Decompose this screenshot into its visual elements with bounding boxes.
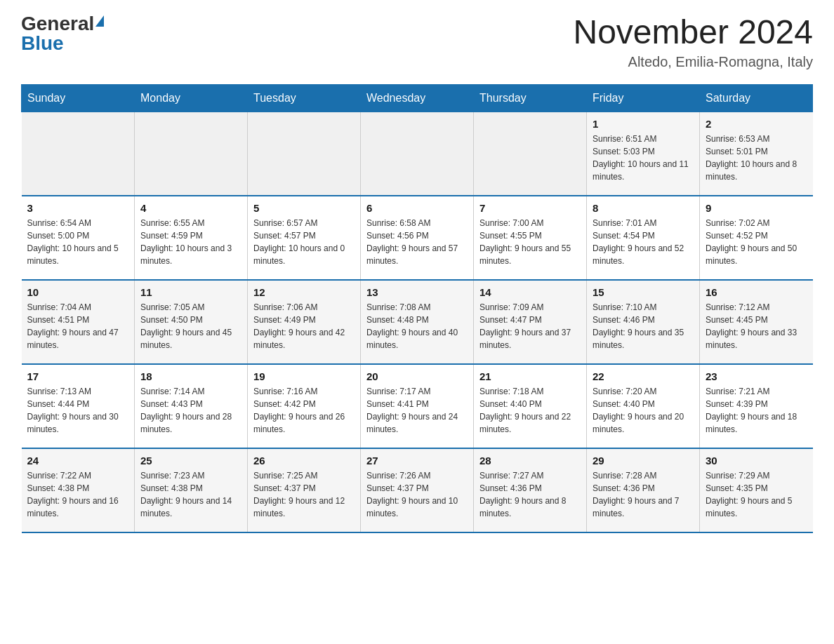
- day-number: 14: [479, 286, 581, 298]
- calendar-day-cell: 28Sunrise: 7:27 AM Sunset: 4:36 PM Dayli…: [474, 448, 587, 532]
- logo-blue-text: Blue: [21, 34, 64, 53]
- day-number: 23: [706, 370, 807, 382]
- day-number: 1: [593, 118, 694, 130]
- day-number: 7: [479, 202, 581, 214]
- calendar-day-cell: 8Sunrise: 7:01 AM Sunset: 4:54 PM Daylig…: [587, 196, 700, 280]
- calendar-day-cell: 3Sunrise: 6:54 AM Sunset: 5:00 PM Daylig…: [22, 196, 135, 280]
- calendar-day-cell: 9Sunrise: 7:02 AM Sunset: 4:52 PM Daylig…: [700, 196, 813, 280]
- day-number: 4: [140, 202, 241, 214]
- calendar-day-cell: 21Sunrise: 7:18 AM Sunset: 4:40 PM Dayli…: [474, 364, 587, 448]
- day-info: Sunrise: 6:58 AM Sunset: 4:56 PM Dayligh…: [366, 217, 468, 267]
- day-info: Sunrise: 7:06 AM Sunset: 4:49 PM Dayligh…: [253, 301, 355, 351]
- day-number: 13: [366, 286, 468, 298]
- weekday-header-tuesday: Tuesday: [248, 84, 361, 112]
- day-info: Sunrise: 7:05 AM Sunset: 4:50 PM Dayligh…: [140, 301, 241, 351]
- day-number: 20: [366, 370, 468, 382]
- day-info: Sunrise: 7:02 AM Sunset: 4:52 PM Dayligh…: [706, 217, 807, 267]
- calendar-day-cell: 26Sunrise: 7:25 AM Sunset: 4:37 PM Dayli…: [248, 448, 361, 532]
- day-info: Sunrise: 6:53 AM Sunset: 5:01 PM Dayligh…: [706, 133, 807, 183]
- logo: General Blue: [21, 14, 104, 53]
- calendar-day-cell: 16Sunrise: 7:12 AM Sunset: 4:45 PM Dayli…: [700, 280, 813, 364]
- calendar-day-cell: 23Sunrise: 7:21 AM Sunset: 4:39 PM Dayli…: [700, 364, 813, 448]
- weekday-header-saturday: Saturday: [700, 84, 813, 112]
- calendar-day-cell: 14Sunrise: 7:09 AM Sunset: 4:47 PM Dayli…: [474, 280, 587, 364]
- calendar-day-cell: 22Sunrise: 7:20 AM Sunset: 4:40 PM Dayli…: [587, 364, 700, 448]
- calendar-day-cell: 7Sunrise: 7:00 AM Sunset: 4:55 PM Daylig…: [474, 196, 587, 280]
- calendar-day-cell: [361, 112, 474, 196]
- calendar-week-row: 10Sunrise: 7:04 AM Sunset: 4:51 PM Dayli…: [22, 280, 813, 364]
- weekday-header-wednesday: Wednesday: [361, 84, 474, 112]
- location-text: Altedo, Emilia-Romagna, Italy: [573, 54, 813, 70]
- day-info: Sunrise: 7:27 AM Sunset: 4:36 PM Dayligh…: [479, 469, 581, 520]
- weekday-header-monday: Monday: [135, 84, 248, 112]
- day-number: 6: [366, 202, 468, 214]
- calendar-week-row: 24Sunrise: 7:22 AM Sunset: 4:38 PM Dayli…: [22, 448, 813, 532]
- day-number: 16: [706, 286, 807, 298]
- calendar-day-cell: 12Sunrise: 7:06 AM Sunset: 4:49 PM Dayli…: [248, 280, 361, 364]
- calendar-week-row: 3Sunrise: 6:54 AM Sunset: 5:00 PM Daylig…: [22, 196, 813, 280]
- day-info: Sunrise: 6:54 AM Sunset: 5:00 PM Dayligh…: [27, 217, 129, 267]
- weekday-header-friday: Friday: [587, 84, 700, 112]
- day-number: 21: [479, 370, 581, 382]
- calendar-day-cell: 15Sunrise: 7:10 AM Sunset: 4:46 PM Dayli…: [587, 280, 700, 364]
- calendar-day-cell: 24Sunrise: 7:22 AM Sunset: 4:38 PM Dayli…: [22, 448, 135, 532]
- month-title: November 2024: [573, 14, 813, 51]
- day-info: Sunrise: 7:13 AM Sunset: 4:44 PM Dayligh…: [27, 385, 129, 436]
- day-info: Sunrise: 6:51 AM Sunset: 5:03 PM Dayligh…: [593, 133, 694, 183]
- calendar-day-cell: 20Sunrise: 7:17 AM Sunset: 4:41 PM Dayli…: [361, 364, 474, 448]
- logo-triangle-icon: [95, 15, 104, 27]
- logo-general-text: General: [21, 14, 94, 34]
- calendar-day-cell: 27Sunrise: 7:26 AM Sunset: 4:37 PM Dayli…: [361, 448, 474, 532]
- day-number: 3: [27, 202, 129, 214]
- calendar-day-cell: 5Sunrise: 6:57 AM Sunset: 4:57 PM Daylig…: [248, 196, 361, 280]
- day-number: 22: [593, 370, 694, 382]
- day-number: 17: [27, 370, 129, 382]
- page-header: General Blue November 2024 Altedo, Emili…: [21, 14, 813, 70]
- calendar-day-cell: 18Sunrise: 7:14 AM Sunset: 4:43 PM Dayli…: [135, 364, 248, 448]
- day-number: 8: [593, 202, 694, 214]
- calendar-header: SundayMondayTuesdayWednesdayThursdayFrid…: [22, 84, 813, 112]
- calendar-day-cell: 1Sunrise: 6:51 AM Sunset: 5:03 PM Daylig…: [587, 112, 700, 196]
- day-info: Sunrise: 7:21 AM Sunset: 4:39 PM Dayligh…: [706, 385, 807, 436]
- day-info: Sunrise: 7:12 AM Sunset: 4:45 PM Dayligh…: [706, 301, 807, 351]
- title-area: November 2024 Altedo, Emilia-Romagna, It…: [573, 14, 813, 70]
- day-info: Sunrise: 7:01 AM Sunset: 4:54 PM Dayligh…: [593, 217, 694, 267]
- day-info: Sunrise: 7:28 AM Sunset: 4:36 PM Dayligh…: [593, 469, 694, 520]
- day-info: Sunrise: 7:08 AM Sunset: 4:48 PM Dayligh…: [366, 301, 468, 351]
- day-info: Sunrise: 7:25 AM Sunset: 4:37 PM Dayligh…: [253, 469, 355, 520]
- calendar-day-cell: 10Sunrise: 7:04 AM Sunset: 4:51 PM Dayli…: [22, 280, 135, 364]
- calendar-day-cell: 6Sunrise: 6:58 AM Sunset: 4:56 PM Daylig…: [361, 196, 474, 280]
- weekday-header-sunday: Sunday: [22, 84, 135, 112]
- calendar-table: SundayMondayTuesdayWednesdayThursdayFrid…: [21, 84, 813, 534]
- day-number: 10: [27, 286, 129, 298]
- calendar-day-cell: 4Sunrise: 6:55 AM Sunset: 4:59 PM Daylig…: [135, 196, 248, 280]
- day-number: 30: [706, 455, 807, 467]
- day-number: 9: [706, 202, 807, 214]
- calendar-day-cell: 25Sunrise: 7:23 AM Sunset: 4:38 PM Dayli…: [135, 448, 248, 532]
- day-number: 25: [140, 455, 241, 467]
- weekday-header-row: SundayMondayTuesdayWednesdayThursdayFrid…: [22, 84, 813, 112]
- day-info: Sunrise: 7:22 AM Sunset: 4:38 PM Dayligh…: [27, 469, 129, 520]
- calendar-day-cell: [22, 112, 135, 196]
- day-number: 19: [253, 370, 355, 382]
- calendar-day-cell: 30Sunrise: 7:29 AM Sunset: 4:35 PM Dayli…: [700, 448, 813, 532]
- day-info: Sunrise: 6:57 AM Sunset: 4:57 PM Dayligh…: [253, 217, 355, 267]
- day-number: 5: [253, 202, 355, 214]
- calendar-day-cell: 19Sunrise: 7:16 AM Sunset: 4:42 PM Dayli…: [248, 364, 361, 448]
- calendar-body: 1Sunrise: 6:51 AM Sunset: 5:03 PM Daylig…: [22, 112, 813, 532]
- day-info: Sunrise: 7:16 AM Sunset: 4:42 PM Dayligh…: [253, 385, 355, 436]
- day-number: 18: [140, 370, 241, 382]
- day-info: Sunrise: 7:18 AM Sunset: 4:40 PM Dayligh…: [479, 385, 581, 436]
- day-number: 12: [253, 286, 355, 298]
- calendar-day-cell: 11Sunrise: 7:05 AM Sunset: 4:50 PM Dayli…: [135, 280, 248, 364]
- calendar-day-cell: 29Sunrise: 7:28 AM Sunset: 4:36 PM Dayli…: [587, 448, 700, 532]
- day-info: Sunrise: 7:00 AM Sunset: 4:55 PM Dayligh…: [479, 217, 581, 267]
- day-number: 2: [706, 118, 807, 130]
- calendar-day-cell: [135, 112, 248, 196]
- day-number: 11: [140, 286, 241, 298]
- day-info: Sunrise: 7:26 AM Sunset: 4:37 PM Dayligh…: [366, 469, 468, 520]
- day-number: 24: [27, 455, 129, 467]
- day-info: Sunrise: 7:09 AM Sunset: 4:47 PM Dayligh…: [479, 301, 581, 351]
- calendar-week-row: 17Sunrise: 7:13 AM Sunset: 4:44 PM Dayli…: [22, 364, 813, 448]
- calendar-day-cell: [248, 112, 361, 196]
